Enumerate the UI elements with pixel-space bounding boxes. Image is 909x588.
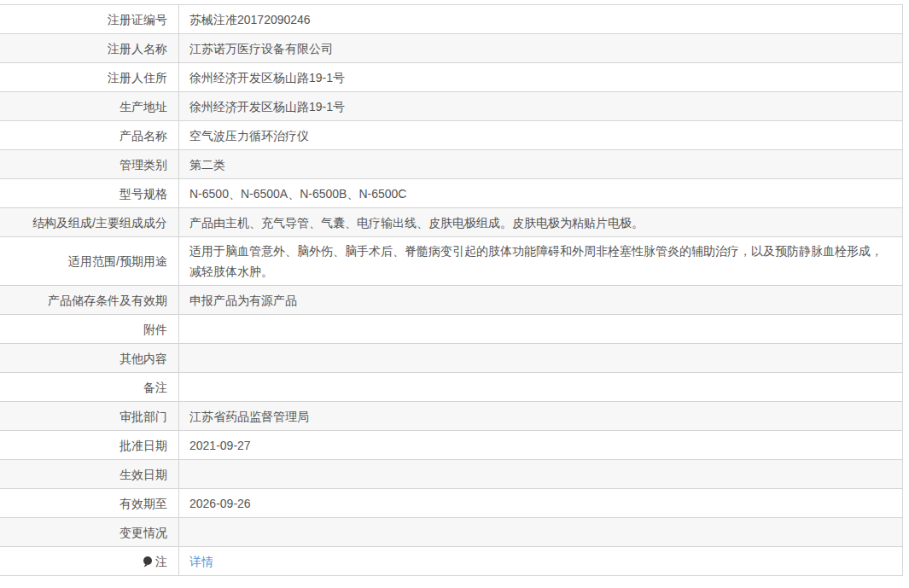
row-value: N-6500、N-6500A、N-6500B、N-6500C [179,179,902,207]
row-label: 有效期至 [0,489,179,517]
row-label: 批准日期 [0,431,179,459]
row-value: 江苏省药品监督管理局 [179,402,902,430]
row-value: 第二类 [179,150,902,178]
row-value [179,518,902,546]
row-label: 管理类别 [0,150,179,178]
row-label: 生效日期 [0,460,179,488]
row-label: 审批部门 [0,402,179,430]
row-label: 注册证编号 [0,5,179,33]
row-value: 2021-09-27 [179,431,902,459]
table-row: 适用范围/预期用途 适用于脑血管意外、脑外伤、脑手术后、脊髓病变引起的肢体功能障… [0,237,902,286]
table-row: 注册人名称 江苏诺万医疗设备有限公司 [0,34,902,63]
row-label: 结构及组成/主要组成成分 [0,208,179,236]
table-row: 产品储存条件及有效期 申报产品为有源产品 [0,286,902,315]
row-value: 适用于脑血管意外、脑外伤、脑手术后、脊髓病变引起的肢体功能障碍和外周非栓塞性脉管… [179,237,902,285]
row-value: 空气波压力循环治疗仪 [179,121,902,149]
row-value: 江苏诺万医疗设备有限公司 [179,34,902,62]
row-label: 产品名称 [0,121,179,149]
table-row: 备注 [0,373,902,402]
row-value: 徐州经济开发区杨山路19-1号 [179,92,902,120]
table-row: 产品名称 空气波压力循环治疗仪 [0,121,902,150]
row-label: 变更情况 [0,518,179,546]
table-row: 审批部门 江苏省药品监督管理局 [0,402,902,431]
table-row: 管理类别 第二类 [0,150,902,179]
table-row: 批准日期 2021-09-27 [0,431,902,460]
table-row: 结构及组成/主要组成成分 产品由主机、充气导管、气囊、电疗输出线、皮肤电极组成。… [0,208,902,237]
table-row: 注册证编号 苏械注准20172090246 [0,5,902,34]
table-row: 变更情况 [0,518,902,547]
row-value: 徐州经济开发区杨山路19-1号 [179,63,902,91]
row-label: 产品储存条件及有效期 [0,286,179,314]
row-value: 详情 [179,547,902,575]
row-value [179,344,902,372]
table-row: 生效日期 [0,460,902,489]
row-value: 苏械注准20172090246 [179,5,902,33]
row-value [179,460,902,488]
table-row: 注册人住所 徐州经济开发区杨山路19-1号 [0,63,902,92]
row-label: 型号规格 [0,179,179,207]
row-value: 申报产品为有源产品 [179,286,902,314]
row-label: 生产地址 [0,92,179,120]
registration-table: 注册证编号 苏械注准20172090246 注册人名称 江苏诺万医疗设备有限公司… [0,4,903,576]
bulb-icon [142,556,153,568]
note-label: 注 [155,552,167,571]
table-row: 型号规格 N-6500、N-6500A、N-6500B、N-6500C [0,179,902,208]
table-row: 其他内容 [0,344,902,373]
row-label: 注 [0,547,179,575]
row-label: 备注 [0,373,179,401]
row-value [179,315,902,343]
table-row: 附件 [0,315,902,344]
row-label: 其他内容 [0,344,179,372]
row-value: 2026-09-26 [179,489,902,517]
row-value [179,373,902,401]
row-label: 注册人住所 [0,63,179,91]
table-row: 有效期至 2026-09-26 [0,489,902,518]
row-label: 注册人名称 [0,34,179,62]
row-label: 适用范围/预期用途 [0,237,179,285]
table-row-note: 注 详情 [0,547,902,576]
detail-link[interactable]: 详情 [189,551,213,572]
row-label: 附件 [0,315,179,343]
row-value: 产品由主机、充气导管、气囊、电疗输出线、皮肤电极组成。皮肤电极为粘贴片电极。 [179,208,902,236]
table-row: 生产地址 徐州经济开发区杨山路19-1号 [0,92,902,121]
